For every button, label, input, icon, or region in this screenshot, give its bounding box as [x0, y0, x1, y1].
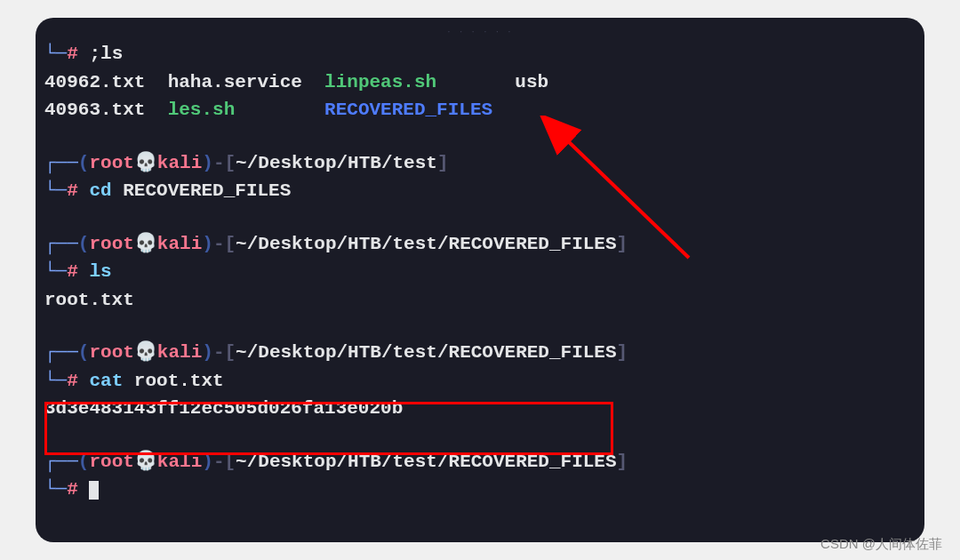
- prompt-line: ┌──(root💀kali)-[~/Desktop/HTB/test/RECOV…: [44, 448, 916, 476]
- cmd-cd: cd: [89, 180, 111, 201]
- dash-close: ]: [617, 342, 628, 363]
- prompt-path: ~/Desktop/HTB/test/RECOVERED_FILES: [236, 234, 616, 254]
- prompt-line: └─# ls: [44, 258, 916, 286]
- dash-open: -[: [213, 342, 236, 363]
- prompt-corner-bottom: └─: [44, 371, 67, 391]
- skull-icon: 💀: [134, 153, 157, 173]
- cmd-arg: RECOVERED_FILES: [123, 180, 291, 201]
- prompt-line: ┌──(root💀kali)-[~/Desktop/HTB/test/RECOV…: [44, 230, 916, 259]
- drag-handle[interactable]: · · · · · ·: [447, 27, 514, 37]
- paren-open: (: [78, 153, 90, 173]
- ls-output: root.txt: [44, 286, 916, 315]
- skull-icon: 💀: [134, 342, 157, 363]
- ls-output-row: 40962.txt haha.service linpeas.sh usb: [44, 68, 916, 97]
- file-txt: 40962.txt: [44, 72, 145, 92]
- prompt-corner-top: ┌──: [44, 452, 78, 472]
- file-usb: usb: [515, 72, 548, 92]
- file-sh: les.sh: [168, 100, 236, 120]
- skull-icon: 💀: [134, 234, 157, 254]
- dash-close: ]: [617, 452, 628, 472]
- prompt-user: root: [89, 342, 133, 363]
- prompt-host: kali: [157, 452, 202, 472]
- paren-open: (: [78, 234, 90, 254]
- prompt-user: root: [89, 234, 133, 254]
- prompt-path: ~/Desktop/HTB/test: [236, 153, 437, 173]
- prompt-hash: #: [67, 180, 78, 201]
- dash-open: -[: [213, 452, 236, 472]
- prompt-hash: #: [67, 44, 78, 64]
- dash-close: ]: [617, 234, 628, 254]
- paren-close: ): [202, 234, 213, 254]
- prompt-user: root: [89, 452, 133, 472]
- prompt-line: └─# ;ls: [44, 40, 916, 68]
- prompt-corner-bottom: └─: [44, 44, 67, 64]
- prompt-corner-bottom: └─: [44, 261, 67, 282]
- paren-close: ): [202, 342, 213, 363]
- dash-open: -[: [213, 234, 236, 254]
- prompt-host: kali: [157, 234, 202, 254]
- prompt-corner-top: ┌──: [44, 153, 78, 173]
- dir-recovered: RECOVERED_FILES: [324, 100, 492, 120]
- prompt-line: ┌──(root💀kali)-[~/Desktop/HTB/test/RECOV…: [44, 339, 916, 367]
- paren-close: ): [202, 452, 213, 472]
- cmd-ls: ;ls: [89, 44, 123, 64]
- cat-output: 3d3e483143ff12ec505d026fa13e020b: [44, 395, 916, 423]
- file-service: haha.service: [168, 72, 302, 92]
- prompt-line: └─# cat root.txt: [44, 367, 916, 396]
- ls-output-row: 40963.txt les.sh RECOVERED_FILES: [44, 96, 916, 124]
- cursor-icon: [89, 481, 99, 500]
- dash-close: ]: [437, 153, 449, 173]
- prompt-corner-top: ┌──: [44, 342, 78, 363]
- prompt-corner-bottom: └─: [44, 479, 67, 500]
- prompt-corner-top: ┌──: [44, 234, 78, 254]
- prompt-line[interactable]: └─#: [44, 476, 916, 504]
- prompt-line: ┌──(root💀kali)-[~/Desktop/HTB/test]: [44, 149, 916, 178]
- cmd-ls: ls: [89, 261, 111, 282]
- paren-open: (: [78, 452, 90, 472]
- cmd-cat: cat: [89, 371, 123, 391]
- prompt-hash: #: [67, 261, 78, 282]
- skull-icon: 💀: [134, 452, 157, 472]
- prompt-host: kali: [157, 342, 202, 363]
- paren-open: (: [78, 342, 90, 363]
- cmd-arg: root.txt: [134, 371, 224, 391]
- prompt-line: └─# cd RECOVERED_FILES: [44, 177, 916, 205]
- prompt-hash: #: [67, 479, 78, 500]
- prompt-hash: #: [67, 371, 78, 391]
- prompt-host: kali: [157, 153, 202, 173]
- paren-close: ): [202, 153, 213, 173]
- watermark: CSDN @人间体佐菲: [820, 536, 942, 553]
- dash-open: -[: [213, 153, 236, 173]
- prompt-user: root: [89, 153, 133, 173]
- file-txt: 40963.txt: [44, 100, 145, 120]
- prompt-path: ~/Desktop/HTB/test/RECOVERED_FILES: [236, 342, 616, 363]
- file-sh: linpeas.sh: [324, 72, 436, 92]
- terminal-window[interactable]: · · · · · · └─# ;ls 40962.txt haha.servi…: [36, 18, 924, 542]
- prompt-path: ~/Desktop/HTB/test/RECOVERED_FILES: [236, 452, 616, 472]
- prompt-corner-bottom: └─: [44, 180, 67, 201]
